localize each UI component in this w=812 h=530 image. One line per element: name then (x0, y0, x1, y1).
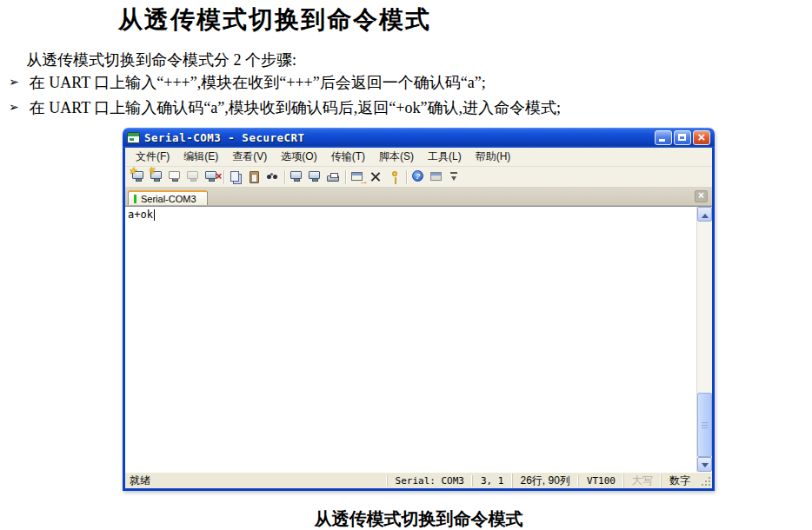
status-bar: 就绪 Serial: COM3 3, 1 26行, 90列 VT100 大写 数… (125, 472, 712, 488)
menu-script[interactable]: 脚本(S) (372, 148, 421, 166)
global-options-icon[interactable] (349, 169, 367, 185)
vertical-scrollbar[interactable] (696, 207, 712, 472)
resize-grip[interactable] (700, 475, 711, 487)
toolbar-overflow-icon[interactable] (446, 169, 464, 185)
status-num-indicator: 数字 (661, 474, 698, 488)
status-terminal-size: 26行, 90列 (512, 474, 578, 488)
connect-icon[interactable] (130, 169, 148, 185)
terminal-area[interactable]: a+ok (125, 206, 712, 472)
list-item: ➢ 在 UART 口上输入“+++”,模块在收到“+++”后会返回一个确认码“a… (9, 72, 561, 93)
print-icon[interactable] (324, 169, 343, 185)
menu-edit[interactable]: 编辑(E) (176, 148, 225, 166)
menu-transfer[interactable]: 传输(T) (324, 148, 372, 166)
status-caps-indicator: 大写 (623, 474, 661, 488)
menu-help[interactable]: 帮助(H) (469, 148, 518, 166)
status-cursor-position: 3, 1 (472, 475, 512, 487)
terminal-text: a+ok (128, 209, 153, 221)
toolbar-separator (223, 170, 224, 184)
window-controls (655, 130, 710, 145)
intro-text: 从透传模式切换到命令模式分 2 个步骤: (26, 50, 296, 70)
menu-bar: 文件(F) 编辑(E) 查看(V) 选项(O) 传输(T) 脚本(S) 工具(L… (125, 148, 712, 167)
toolbar-separator (345, 170, 346, 184)
copy-icon[interactable] (227, 169, 245, 185)
about-icon[interactable] (428, 169, 446, 185)
scrollbar-thumb[interactable] (697, 393, 712, 457)
quick-connect-icon[interactable] (148, 169, 166, 185)
menu-options[interactable]: 选项(O) (274, 148, 323, 166)
status-emulation: VT100 (578, 475, 623, 487)
bullet-list: ➢ 在 UART 口上输入“+++”,模块在收到“+++”后会返回一个确认码“a… (9, 72, 561, 118)
find-icon[interactable] (263, 169, 282, 185)
menu-file[interactable]: 文件(F) (129, 148, 176, 166)
connect-in-tab-icon[interactable] (166, 169, 184, 185)
raw-log-icon[interactable] (306, 169, 324, 185)
page-title: 从透传模式切换到命令模式 (118, 3, 431, 36)
arrow-bullet-icon: ➢ (9, 72, 19, 93)
app-icon (127, 132, 140, 143)
list-item: ➢ 在 UART 口上输入确认码“a”,模块收到确认码后,返回“+ok”确认,进… (9, 97, 561, 118)
scroll-up-icon[interactable] (697, 207, 712, 222)
toolbar (125, 167, 712, 188)
window-title: Serial-COM3 - SecureCRT (144, 131, 305, 144)
tab-close-icon[interactable] (695, 190, 708, 202)
bullet-text: 在 UART 口上输入“+++”,模块在收到“+++”后会返回一个确认码“a”; (30, 72, 486, 93)
tab-label: Serial-COM3 (141, 194, 196, 204)
minimize-button[interactable] (655, 130, 672, 145)
reconnect-icon[interactable] (184, 169, 203, 185)
maximize-button[interactable] (674, 130, 691, 145)
scroll-down-icon[interactable] (697, 457, 712, 472)
close-button[interactable] (693, 130, 710, 145)
menu-view[interactable]: 查看(V) (225, 148, 274, 166)
window-titlebar[interactable]: Serial-COM3 - SecureCRT (123, 128, 715, 148)
connected-indicator-icon (134, 195, 136, 203)
securecrt-window: Serial-COM3 - SecureCRT 文件(F) 编辑(E) 查看(V… (123, 128, 715, 491)
tab-bar: Serial-COM3 (125, 188, 712, 206)
figure-caption: 从透传模式切换到命令模式 (123, 507, 715, 530)
paste-icon[interactable] (245, 169, 263, 185)
menu-tools[interactable]: 工具(L) (421, 148, 469, 166)
status-ready: 就绪 (125, 474, 387, 488)
toolbar-separator (284, 170, 285, 184)
window-body: 文件(F) 编辑(E) 查看(V) 选项(O) 传输(T) 脚本(S) 工具(L… (123, 148, 715, 491)
disconnect-icon[interactable] (203, 169, 221, 185)
text-cursor (154, 209, 155, 221)
status-serial-port: Serial: COM3 (387, 475, 472, 487)
terminal-output: a+ok (128, 209, 155, 221)
session-options-icon[interactable] (367, 169, 385, 185)
key-agent-icon[interactable] (385, 169, 403, 185)
bullet-text: 在 UART 口上输入确认码“a”,模块收到确认码后,返回“+ok”确认,进入命… (30, 97, 561, 118)
log-session-icon[interactable] (288, 169, 306, 185)
arrow-bullet-icon: ➢ (9, 97, 19, 118)
tab-serial-com3[interactable]: Serial-COM3 (128, 190, 208, 205)
help-icon[interactable] (409, 169, 428, 185)
toolbar-separator (406, 170, 407, 184)
